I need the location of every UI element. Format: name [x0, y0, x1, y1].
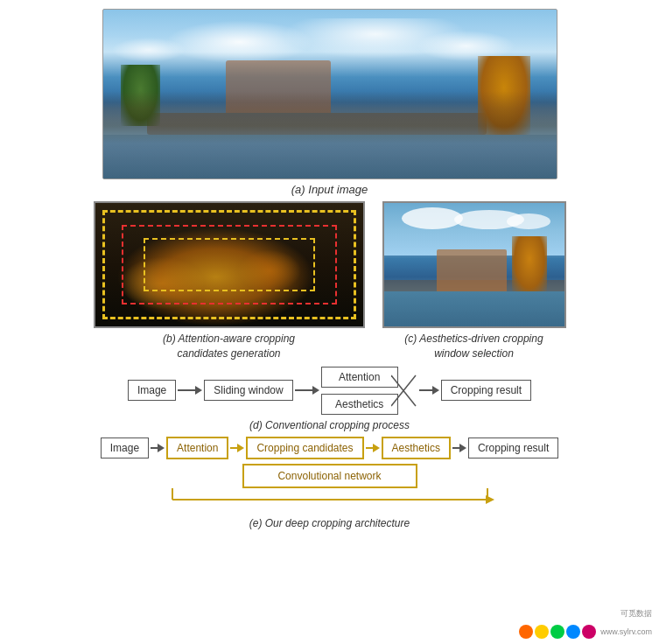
deep-result-box: Cropping result: [468, 438, 558, 458]
image-tree-left: [121, 65, 160, 126]
conv-result-box: Cropping result: [441, 380, 531, 401]
arrow2: [293, 386, 321, 395]
attention-aesthetics-group: Attention Aesthetics: [321, 367, 417, 415]
watermark-area: www.sylrv.com: [519, 625, 652, 639]
watermark-text: www.sylrv.com: [600, 627, 652, 636]
conv-arrow-container: Convolutional network: [164, 462, 496, 513]
deep-arrow-head-1: [158, 444, 165, 452]
image-water: [103, 135, 557, 178]
cropped-image: [382, 201, 566, 328]
deep-arrow1: [149, 444, 166, 452]
deep-aesthetics-box: Aesthetics: [382, 437, 451, 459]
arrow-head-1: [195, 386, 202, 395]
cropped-section: (c) Aesthetics-driven cropping window se…: [382, 201, 566, 361]
logo-circle-1: [519, 625, 533, 639]
conventional-caption: (d) Conventional cropping process: [249, 419, 410, 431]
deep-image-box: Image: [101, 438, 149, 458]
cross-arrows-svg: [391, 367, 417, 415]
deep-attention-box: Attention: [166, 437, 228, 459]
deep-diagram: Image Attention Cropping candidates: [18, 437, 641, 529]
sliding-window-box: Sliding window: [204, 380, 292, 401]
logo-circle-4: [566, 625, 580, 639]
attention-section: (b) Attention-aware cropping candidates …: [94, 201, 365, 361]
deep-arrow2: [228, 444, 246, 452]
bottom-loop-svg: [164, 486, 496, 513]
conv-image-box: Image: [128, 380, 176, 401]
deep-arrow3: [364, 444, 382, 452]
deep-arrow-head-4: [459, 444, 466, 452]
cropped-building: [437, 249, 507, 293]
conv-network-wrapper: Convolutional network: [164, 462, 496, 488]
deep-candidates-box: Cropping candidates: [246, 437, 363, 459]
middle-row: (b) Attention-aware cropping candidates …: [18, 201, 641, 361]
image-building: [226, 60, 331, 113]
attention-box: Attention: [321, 367, 398, 388]
arrow-head-3: [432, 386, 439, 395]
page-container: (a) Input image (b) Attention-aware crop…: [0, 0, 659, 644]
conventional-diagram: Image Sliding window Attention: [18, 367, 641, 431]
deep-caption: (e) Our deep cropping architecture: [249, 517, 410, 529]
attention-caption: (b) Attention-aware cropping candidates …: [163, 332, 295, 361]
deep-flow-top-row: Image Attention Cropping candidates: [101, 437, 559, 459]
aesthetics-box: Aesthetics: [321, 394, 398, 415]
conv-network-box: Convolutional network: [242, 464, 417, 488]
chinese-watermark: 可觅数据: [620, 608, 652, 620]
conventional-flow-row: Image Sliding window Attention: [128, 367, 531, 415]
crossed-section: Attention Aesthetics: [321, 367, 417, 415]
conv-network-inner: Convolutional network: [164, 462, 496, 488]
cropped-caption: (c) Aesthetics-driven cropping window se…: [404, 332, 543, 361]
image-tree-right: [478, 56, 530, 135]
arrow3: [417, 386, 441, 395]
arrow-head-2: [312, 386, 319, 395]
arrow1: [176, 386, 204, 395]
cropped-tree: [512, 236, 547, 293]
input-image-caption: (a) Input image: [291, 183, 368, 196]
input-image-section: (a) Input image: [18, 9, 641, 196]
logo-circle-2: [535, 625, 549, 639]
dashed-rect-small: [144, 238, 315, 291]
deep-arrow4: [451, 444, 468, 452]
logo-circle-5: [582, 625, 596, 639]
image-bridge: [147, 113, 487, 135]
cropped-water: [384, 291, 564, 326]
logo-circles: [519, 625, 596, 639]
input-image: [102, 9, 557, 179]
conv-network-row: Convolutional network: [18, 462, 641, 513]
attention-image: [94, 201, 365, 328]
logo-circle-3: [550, 625, 564, 639]
